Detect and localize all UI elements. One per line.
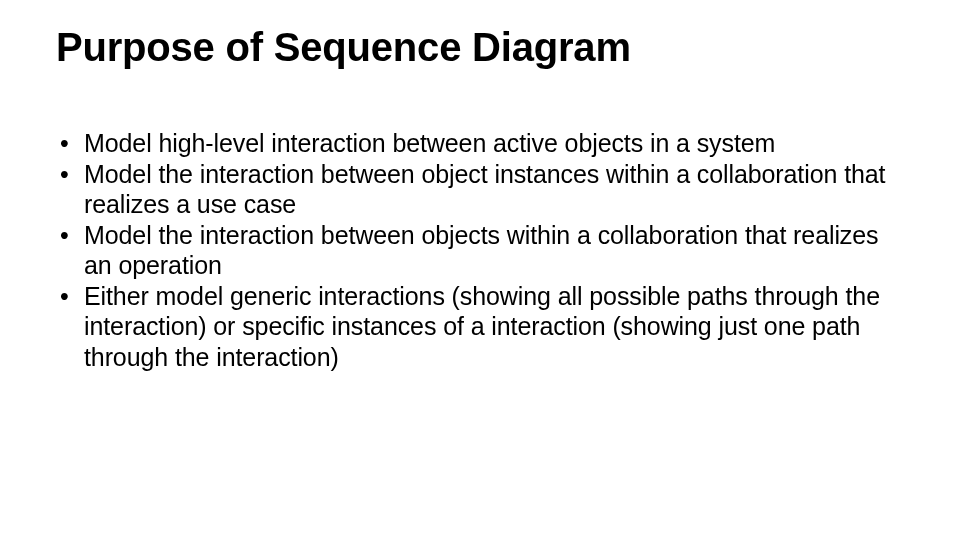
- slide: Purpose of Sequence Diagram Model high-l…: [0, 0, 960, 540]
- slide-title: Purpose of Sequence Diagram: [56, 24, 904, 70]
- list-item: Either model generic interactions (showi…: [56, 281, 892, 373]
- bullet-list: Model high-level interaction between act…: [56, 128, 904, 372]
- list-item: Model high-level interaction between act…: [56, 128, 892, 159]
- list-item: Model the interaction between object ins…: [56, 159, 892, 220]
- list-item: Model the interaction between objects wi…: [56, 220, 892, 281]
